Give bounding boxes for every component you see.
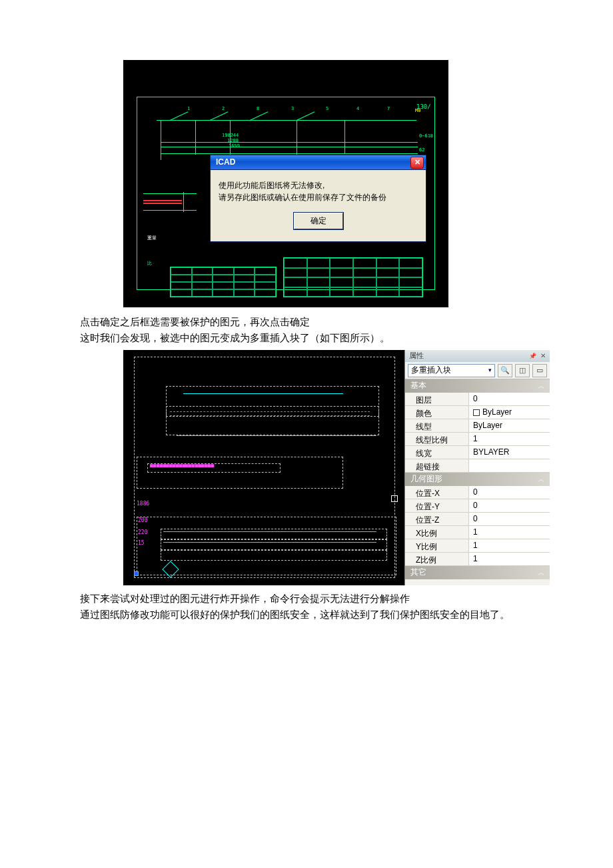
paragraph-2: 这时我们会发现，被选中的图元变成为多重插入块了（如下图所示）。 bbox=[60, 330, 553, 346]
figure-1-container: 1 2 8 3 5 4 7 130/ M0 198244 1288 1659 0… bbox=[123, 60, 553, 307]
color-swatch-icon bbox=[473, 409, 480, 416]
collapse-icon: ︽ bbox=[538, 381, 544, 391]
select-objects-button[interactable]: ▭ bbox=[532, 364, 547, 377]
dialog-message-line1: 使用此功能后图纸将无法修改, bbox=[219, 179, 418, 191]
prop-row-linetype[interactable]: 线型 ByLayer bbox=[405, 419, 550, 433]
prop-row-scale-z[interactable]: Z比例 1 bbox=[405, 553, 550, 566]
panel-close-icon[interactable]: ✕ bbox=[540, 351, 546, 361]
properties-titlebar[interactable]: 属性 📌 ✕ bbox=[405, 350, 550, 362]
dialog-titlebar[interactable]: ICAD ✕ bbox=[211, 155, 426, 170]
quick-select-button[interactable]: 🔍 bbox=[498, 364, 512, 377]
dialog-close-button[interactable]: ✕ bbox=[410, 157, 424, 169]
paragraph-4: 通过图纸防修改功能可以很好的保护我们的图纸安全，这样就达到了我们保护图纸安全的目… bbox=[60, 607, 553, 623]
dialog-title: ICAD bbox=[216, 156, 235, 169]
dialog-message-line2: 请另存此图纸或确认在使用前保存了文件的备份 bbox=[219, 191, 418, 203]
object-type-value: 多重插入块 bbox=[411, 364, 451, 377]
prop-row-lineweight[interactable]: 线宽 BYLAYER bbox=[405, 446, 550, 459]
prop-row-scale-y[interactable]: Y比例 1 bbox=[405, 539, 550, 553]
prop-row-ltscale[interactable]: 线型比例 1 bbox=[405, 433, 550, 446]
pickadd-button[interactable]: ◫ bbox=[515, 364, 530, 377]
chevron-down-icon: ▾ bbox=[488, 365, 492, 375]
properties-title: 属性 bbox=[409, 350, 424, 362]
selection-grip[interactable] bbox=[134, 571, 139, 576]
section-title-basic: 基本 bbox=[410, 379, 426, 392]
prop-row-pos-x[interactable]: 位置-X 0 bbox=[405, 486, 550, 499]
prop-row-scale-x[interactable]: X比例 1 bbox=[405, 526, 550, 539]
pin-icon[interactable]: 📌 bbox=[529, 351, 536, 361]
figure-2-container: ■■■■■■■■■■■■■■■■■■■■ 1886 200 220 15 属性 … bbox=[123, 350, 550, 585]
dialog-ok-button[interactable]: 确定 bbox=[294, 213, 343, 229]
section-header-geom[interactable]: 几何图形 ︽ bbox=[405, 473, 550, 486]
section-header-basic[interactable]: 基本 ︽ bbox=[405, 379, 550, 393]
section-title-other: 其它 bbox=[410, 566, 426, 579]
cad-screenshot-1: 1 2 8 3 5 4 7 130/ M0 198244 1288 1659 0… bbox=[123, 60, 448, 307]
collapse-icon: ︽ bbox=[538, 474, 544, 485]
prop-row-hyperlink[interactable]: 超链接 bbox=[405, 459, 550, 473]
icad-dialog: ICAD ✕ 使用此功能后图纸将无法修改, 请另存此图纸或确认在使用前保存了文件… bbox=[210, 155, 426, 242]
cad-screenshot-2: ■■■■■■■■■■■■■■■■■■■■ 1886 200 220 15 bbox=[123, 350, 404, 585]
object-type-select[interactable]: 多重插入块 ▾ bbox=[408, 364, 495, 377]
section-header-other[interactable]: 其它 ︽ bbox=[405, 566, 550, 579]
properties-toolbar: 多重插入块 ▾ 🔍 ◫ ▭ bbox=[405, 362, 550, 379]
prop-row-layer[interactable]: 图层 0 bbox=[405, 393, 550, 406]
properties-panel: 属性 📌 ✕ 多重插入块 ▾ 🔍 ◫ ▭ 基本 ︽ 图层 0 颜色 ByLaye… bbox=[404, 350, 550, 585]
paragraph-3: 接下来尝试对处理过的图元进行炸开操作，命令行会提示无法进行分解操作 bbox=[60, 591, 553, 607]
prop-row-color[interactable]: 颜色 ByLayer bbox=[405, 406, 550, 419]
paragraph-1: 点击确定之后框选需要被保护的图元，再次点击确定 bbox=[60, 314, 553, 330]
prop-row-pos-z[interactable]: 位置-Z 0 bbox=[405, 513, 550, 526]
dialog-body: 使用此功能后图纸将无法修改, 请另存此图纸或确认在使用前保存了文件的备份 确定 bbox=[211, 170, 426, 241]
section-title-geom: 几何图形 bbox=[410, 473, 442, 485]
prop-row-pos-y[interactable]: 位置-Y 0 bbox=[405, 499, 550, 513]
collapse-icon: ︽ bbox=[538, 567, 544, 578]
title-block-table bbox=[283, 257, 423, 297]
